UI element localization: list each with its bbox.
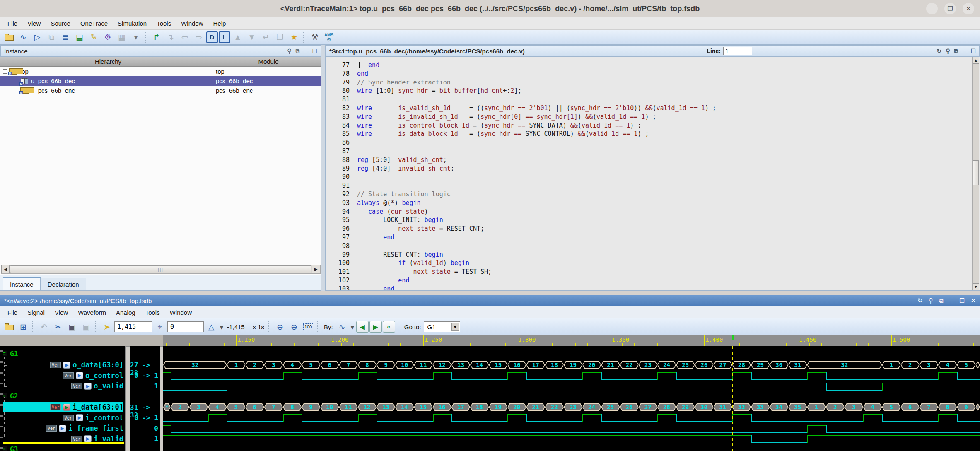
instance-row-u_pcs_66b_dec[interactable]: Mu_pcs_66b_decpcs_66b_dec: [0, 76, 321, 86]
bus-segment[interactable]: 11: [414, 361, 432, 369]
signal-row-i_data-63-0-[interactable]: Ver▶i_data[63:0]: [3, 402, 123, 412]
signal-row-o_control[interactable]: Ver▶o_control: [63, 370, 123, 381]
bus-segment[interactable]: 9: [302, 403, 320, 411]
nwave-menu-tools[interactable]: Tools: [141, 308, 164, 317]
chip-settings-icon[interactable]: ⚙: [101, 31, 114, 43]
signal-row-i_frame_first[interactable]: Ver▶i_frame_first: [46, 423, 123, 434]
bus-segment[interactable]: 1: [882, 361, 900, 369]
ams-gear-icon[interactable]: AMS⚙: [322, 31, 336, 43]
bus-segment[interactable]: *: [163, 403, 171, 411]
scroll-left-icon[interactable]: ◀: [1, 265, 10, 273]
bus-segment[interactable]: 35: [788, 403, 807, 411]
menu-file[interactable]: File: [3, 19, 22, 28]
source-vscrollbar[interactable]: ▲ ▼: [972, 57, 979, 290]
nwave-reload-icon[interactable]: ↻: [917, 297, 923, 304]
bus-segment[interactable]: 15: [489, 361, 507, 369]
next-transition-button[interactable]: ▶: [369, 321, 382, 333]
trace-driver-icon[interactable]: ↱: [150, 31, 163, 43]
bus-segment[interactable]: 15: [414, 403, 432, 411]
signal-values-panel[interactable]: 27 -> 280 -> 1131 -> 320 -> 101: [130, 346, 160, 451]
bus-segment[interactable]: 10: [320, 403, 339, 411]
bus-segment[interactable]: 14: [470, 361, 489, 369]
tab-instance[interactable]: Instance: [3, 277, 41, 290]
bus-segment[interactable]: 2: [826, 403, 845, 411]
bus-segment[interactable]: 31: [788, 361, 807, 369]
bus-segment[interactable]: 3: [920, 361, 938, 369]
values-canvas-scrollbar[interactable]: [160, 346, 163, 451]
back-icon[interactable]: ⇦: [178, 31, 191, 43]
bus-segment[interactable]: 32: [163, 361, 227, 369]
first-transition-button[interactable]: «: [383, 321, 395, 333]
nwave-float-icon[interactable]: ⧉: [939, 297, 944, 304]
bus-segment[interactable]: 34: [770, 403, 788, 411]
bus-segment[interactable]: 16: [507, 361, 526, 369]
bus-segment[interactable]: 29: [751, 361, 770, 369]
by-dropdown-icon[interactable]: ▾: [350, 321, 355, 333]
nwave-menu-waveform[interactable]: Waveform: [74, 308, 110, 317]
marker-drop-icon[interactable]: ⌖: [153, 321, 167, 333]
bus-segment[interactable]: 21: [526, 403, 545, 411]
instance-maximize-panel-icon[interactable]: ☐: [312, 48, 317, 55]
group-label-g3[interactable]: G3: [10, 445, 18, 451]
bus-segment[interactable]: [975, 361, 980, 369]
bus-segment[interactable]: 32: [732, 403, 751, 411]
bus-segment[interactable]: 4: [283, 361, 302, 369]
bus-segment[interactable]: 26: [695, 361, 713, 369]
bus-segment[interactable]: 9: [377, 361, 395, 369]
bus-segment[interactable]: 19: [489, 403, 507, 411]
bus-segment[interactable]: 3: [264, 361, 283, 369]
bus-segment[interactable]: [975, 403, 980, 411]
bus-segment[interactable]: 8: [938, 403, 957, 411]
time-cursor-line[interactable]: [732, 346, 733, 451]
close-button[interactable]: ✕: [963, 3, 974, 14]
signal-row-o_valid[interactable]: Ver▶o_valid: [71, 381, 123, 391]
bus-segment[interactable]: 14: [395, 403, 414, 411]
bus-segment[interactable]: 3: [189, 403, 208, 411]
bus-segment[interactable]: 1: [807, 403, 826, 411]
prev-transition-button[interactable]: ◀: [356, 321, 369, 333]
bus-segment[interactable]: 25: [676, 361, 695, 369]
bus-segment[interactable]: 17: [451, 403, 470, 411]
panel-splitter[interactable]: [321, 45, 325, 291]
bookmark-icon[interactable]: ★: [287, 31, 301, 43]
menu-tools[interactable]: Tools: [152, 19, 175, 28]
bus-segment[interactable]: 13: [451, 361, 470, 369]
bus-segment[interactable]: 5: [227, 403, 245, 411]
bus-segment[interactable]: 30: [695, 403, 713, 411]
cursor-time-input[interactable]: [114, 321, 152, 332]
group-label-g1[interactable]: G1: [10, 350, 18, 358]
bus-segment[interactable]: 13: [377, 403, 395, 411]
row-handles-rail[interactable]: [0, 346, 3, 451]
bus-segment[interactable]: 32: [807, 361, 882, 369]
bus-segment[interactable]: 27: [639, 403, 657, 411]
menu-onetrace[interactable]: OneTrace: [76, 19, 112, 28]
search-signal-icon[interactable]: ∿: [336, 321, 349, 333]
toolbox-icon[interactable]: ⚒: [308, 31, 321, 43]
bus-segment[interactable]: 20: [582, 361, 601, 369]
hierarchy-browser-icon[interactable]: ≣: [59, 31, 72, 43]
bus-segment[interactable]: 4: [208, 403, 227, 411]
edit-source-icon[interactable]: ✎: [87, 31, 100, 43]
bus-segment[interactable]: 8: [358, 361, 377, 369]
bus-segment[interactable]: 29: [676, 403, 695, 411]
open-file-icon[interactable]: [2, 321, 16, 333]
bus-segment[interactable]: 22: [545, 403, 564, 411]
bus-segment[interactable]: 7: [920, 403, 938, 411]
bus-segment[interactable]: 1: [227, 361, 245, 369]
sibling-next-icon[interactable]: ❐: [273, 31, 287, 43]
nwave-menu-view[interactable]: View: [51, 308, 72, 317]
zoom-out-icon[interactable]: ⊖: [273, 321, 287, 333]
bus-segment[interactable]: 4: [863, 403, 882, 411]
vscroll-thumb[interactable]: [973, 160, 979, 185]
bus-segment[interactable]: 9: [957, 403, 975, 411]
tab-declaration[interactable]: Declaration: [41, 278, 86, 290]
zoom-in-icon[interactable]: ⊕: [287, 321, 301, 333]
instance-hscrollbar[interactable]: ◀ ||| ▶: [1, 265, 321, 274]
module-column-header[interactable]: Module: [216, 57, 321, 66]
menu-help[interactable]: Help: [209, 19, 230, 28]
bus-segment[interactable]: 22: [620, 361, 639, 369]
bus-segment[interactable]: 20: [507, 403, 526, 411]
nwave-menu-window[interactable]: Window: [166, 308, 196, 317]
source-minimize-panel-icon[interactable]: ─: [963, 48, 967, 55]
source-panel-titlebar[interactable]: *Src1:top.u_pcs_66b_dec(/home/ssy/Code/s…: [326, 45, 980, 57]
